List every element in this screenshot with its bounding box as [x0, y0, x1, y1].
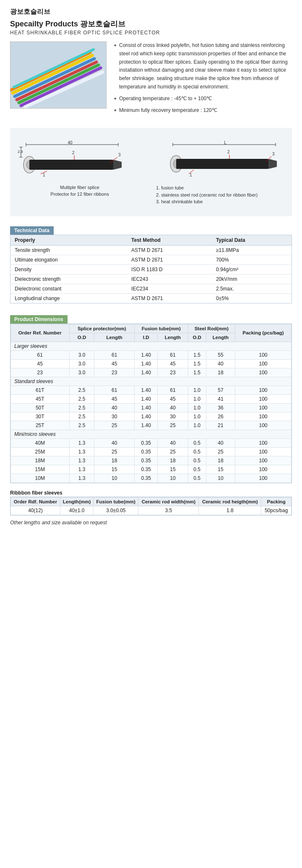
table-row: 50T2.5401.40401.036100	[11, 403, 292, 412]
table-row: 233.0231.40231.518100	[11, 368, 292, 377]
col-fusion: Fusion tube(mm)	[135, 324, 188, 333]
col-steel: Steel Rod(mm)	[188, 324, 235, 333]
ribbon-section: Ribbbon fiber sleeves Order Rdf. NumberL…	[10, 490, 292, 516]
technical-data-header: Technical Data	[10, 226, 54, 235]
table-row: 10M1.3100.35100.510100	[11, 474, 292, 482]
svg-text:40: 40	[68, 140, 73, 145]
group-label: Standard sleeves	[11, 377, 292, 386]
col-fusion-id: I.D	[135, 333, 158, 342]
table-row: 30T2.5301.40301.026100	[11, 412, 292, 421]
table-row: 61T2.5611.40611.057100	[11, 386, 292, 394]
svg-marker-21	[113, 160, 122, 170]
svg-text:2: 2	[227, 150, 230, 154]
technical-table: Properly Test Method Typical Data Tensil…	[10, 235, 292, 303]
intro-text-block: Consist of cross linked polylefin, hot f…	[114, 41, 292, 118]
diagram-right-label: 1. fusion tube 2. stainless steel rod (c…	[156, 184, 289, 205]
svg-text:2: 2	[72, 150, 75, 155]
svg-text:2.9: 2.9	[18, 150, 23, 154]
svg-text:1: 1	[43, 173, 45, 177]
section-subtitle: HEAT SHRINKABLE FIBER OPTIC SPLICE PROTE…	[10, 30, 292, 36]
svg-text:3: 3	[272, 152, 275, 156]
table-row: Tensile strengthASTM D 2671≥11.8MPa	[10, 245, 292, 255]
table-row: 25T2.5251.40251.021100	[11, 421, 292, 430]
svg-text:3: 3	[118, 153, 121, 157]
table-row: Dielectronic strengthIEC24320kV/mm	[10, 274, 292, 284]
table-row: 613.0611.40611.555100	[11, 350, 292, 359]
table-row: 18M1.3180.35180.518100	[11, 456, 292, 465]
table-row: Ultimate elongationASTM D 2671700%	[10, 255, 292, 264]
svg-rect-20	[29, 160, 113, 170]
page-top-title: 광보호슬리브	[10, 8, 292, 16]
product-dimensions-header: Product Dimensions	[10, 315, 68, 324]
diagram-right: L 1 2 3 1. fusion tube 2. stainless stee…	[156, 140, 289, 205]
group-label: Mini/micro sleeves	[11, 430, 292, 438]
table-row: Dielectronic constantIEC2342.5max.	[10, 284, 292, 293]
ribbon-header: Ribbbon fiber sleeves	[10, 490, 292, 496]
intro-bullet-2: Operating temperature : -45℃ to + 100℃	[114, 95, 292, 103]
table-row: 15M1.3150.35150.515100	[11, 465, 292, 474]
intro-bullet-1: Consist of cross linked polylefin, hot f…	[114, 41, 292, 91]
svg-rect-34	[176, 159, 268, 169]
product-table: Order Ref. Number Splice protector(mm) F…	[10, 324, 292, 483]
col-steel-od: O.D	[188, 333, 206, 342]
col-splice: Splice protector(mm)	[69, 324, 134, 333]
table-row: Longitudinal changeASTM D 26710±5%	[10, 293, 292, 303]
table-row: 25M1.3250.35250.525100	[11, 447, 292, 456]
tech-col-typical: Typical Data	[212, 235, 292, 246]
diagram-left: 40 2.9 1 2	[13, 140, 146, 197]
intro-image	[10, 41, 107, 109]
ribbon-table: Order Rdf. NumberLength(mm)Fusion tube(m…	[10, 497, 292, 515]
table-row: 45T2.5451.40451.041100	[11, 394, 292, 403]
tech-col-properly: Properly	[10, 235, 127, 246]
table-row: 40(12)40±1.03.0±0.053.51.850pcs/bag	[11, 506, 292, 515]
svg-text:L: L	[224, 140, 226, 145]
technical-data-section: Technical Data Properly Test Method Typi…	[10, 226, 292, 303]
table-row: DensityISO R 1183 D0.94g/cm²	[10, 264, 292, 274]
col-splice-length: Length	[94, 333, 135, 342]
section-title: Specailty Products 광보호슬리브	[10, 19, 292, 29]
table-row: 40M1.3400.35400.540100	[11, 438, 292, 447]
col-order-ref: Order Ref. Number	[11, 324, 70, 342]
intro-bullet-3: Minimum fully recovery temperature : 120…	[114, 106, 292, 115]
svg-marker-35	[268, 159, 277, 169]
product-dimensions-section: Product Dimensions Order Ref. Number Spl…	[10, 315, 292, 483]
col-packing: Packing (pcs/bag)	[235, 324, 291, 342]
col-steel-length: Length	[206, 333, 235, 342]
svg-text:1: 1	[190, 173, 192, 177]
diagram-left-label: Multiple fiber spliceProtector for 12 fi…	[13, 184, 146, 197]
tech-col-method: Test Method	[127, 235, 212, 246]
group-label: Larger sleeves	[11, 342, 292, 350]
table-row: 453.0451.40451.540100	[11, 359, 292, 368]
col-splice-od: O.D	[69, 333, 94, 342]
col-fusion-length: Length	[158, 333, 188, 342]
other-note: Other lengths and size avaliable on requ…	[10, 520, 292, 526]
